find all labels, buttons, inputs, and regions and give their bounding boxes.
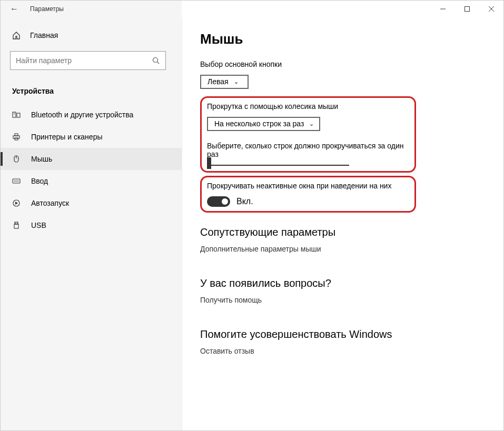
- back-button[interactable]: ←: [10, 5, 18, 13]
- svg-point-4: [153, 57, 158, 62]
- page-title: Мышь: [200, 31, 493, 47]
- close-button[interactable]: [479, 1, 503, 17]
- svg-rect-11: [15, 134, 18, 136]
- inactive-scroll-group: Прокручивать неактивные окна при наведен…: [200, 176, 416, 213]
- category-header: Устройства: [1, 83, 182, 104]
- titlebar: ← Параметры: [1, 1, 503, 17]
- sidebar-item-label: Ввод: [31, 177, 48, 185]
- toggle-thumb: [222, 198, 228, 205]
- improve-windows-header: Помогите усовершенствовать Windows: [200, 328, 493, 340]
- home-nav[interactable]: Главная: [1, 26, 182, 45]
- sidebar-item-bluetooth[interactable]: Bluetooth и другие устройства: [1, 104, 182, 126]
- sidebar-item-usb[interactable]: USB: [1, 214, 182, 236]
- svg-line-5: [157, 62, 160, 64]
- main-content: Мышь Выбор основной кнопки Левая ⌄ Прокр…: [182, 17, 503, 430]
- sidebar-item-label: Принтеры и сканеры: [31, 133, 102, 141]
- inactive-scroll-label: Прокручивать неактивные окна при наведен…: [207, 182, 409, 190]
- additional-mouse-options-link[interactable]: Дополнительные параметры мыши: [200, 245, 493, 253]
- maximize-button[interactable]: [455, 1, 479, 17]
- search-box[interactable]: [10, 51, 166, 70]
- lines-slider[interactable]: [207, 165, 349, 166]
- home-icon: [12, 31, 22, 39]
- keyboard-icon: [12, 177, 22, 185]
- lines-to-scroll-label: Выберите, сколько строк должно прокручив…: [207, 142, 409, 158]
- svg-rect-7: [17, 113, 20, 117]
- sidebar-item-label: Bluetooth и другие устройства: [31, 111, 133, 119]
- sidebar-item-autoplay[interactable]: Автозапуск: [1, 192, 182, 214]
- svg-rect-6: [13, 112, 16, 117]
- search-input[interactable]: [16, 56, 152, 65]
- sidebar: Главная Устройства Bluetooth и другие ус…: [1, 17, 182, 430]
- mouse-icon: [12, 155, 22, 163]
- window-controls: [431, 1, 503, 17]
- chevron-down-icon: ⌄: [234, 78, 239, 85]
- chevron-down-icon: ⌄: [309, 121, 314, 127]
- primary-button-combo[interactable]: Левая ⌄: [200, 75, 249, 89]
- sidebar-item-label: Мышь: [31, 155, 52, 163]
- svg-rect-1: [465, 7, 470, 12]
- toggle-state-label: Вкл.: [236, 197, 253, 206]
- minimize-button[interactable]: [431, 1, 455, 17]
- autoplay-icon: [12, 199, 22, 207]
- combo-value: Левая: [207, 77, 229, 86]
- questions-header: У вас появились вопросы?: [200, 277, 493, 289]
- bluetooth-devices-icon: [12, 111, 22, 119]
- search-icon: [152, 57, 160, 65]
- svg-rect-15: [13, 179, 20, 183]
- sidebar-item-typing[interactable]: Ввод: [1, 170, 182, 192]
- scroll-wheel-combo[interactable]: На несколько строк за раз ⌄: [207, 117, 320, 131]
- svg-rect-20: [15, 222, 18, 224]
- sidebar-item-printers[interactable]: Принтеры и сканеры: [1, 126, 182, 148]
- settings-window: ← Параметры Главная: [1, 1, 503, 430]
- scroll-settings-group: Прокрутка с помощью колесика мыши На нес…: [200, 96, 416, 173]
- inactive-scroll-toggle[interactable]: [207, 196, 230, 207]
- sidebar-item-label: Автозапуск: [31, 199, 69, 207]
- home-label: Главная: [30, 31, 58, 39]
- sidebar-item-mouse[interactable]: Мышь: [1, 148, 182, 170]
- sidebar-item-label: USB: [31, 221, 46, 229]
- svg-rect-21: [14, 224, 18, 228]
- svg-marker-19: [15, 202, 18, 205]
- combo-value: На несколько строк за раз: [214, 119, 304, 128]
- usb-icon: [12, 221, 22, 229]
- scroll-wheel-label: Прокрутка с помощью колесика мыши: [207, 102, 409, 111]
- get-help-link[interactable]: Получить помощь: [200, 296, 493, 304]
- primary-button-label: Выбор основной кнопки: [200, 60, 493, 68]
- printer-icon: [12, 133, 22, 141]
- slider-thumb[interactable]: [207, 157, 211, 169]
- give-feedback-link[interactable]: Оставить отзыв: [200, 347, 493, 355]
- window-title: Параметры: [30, 5, 64, 13]
- related-settings-header: Сопутствующие параметры: [200, 226, 493, 238]
